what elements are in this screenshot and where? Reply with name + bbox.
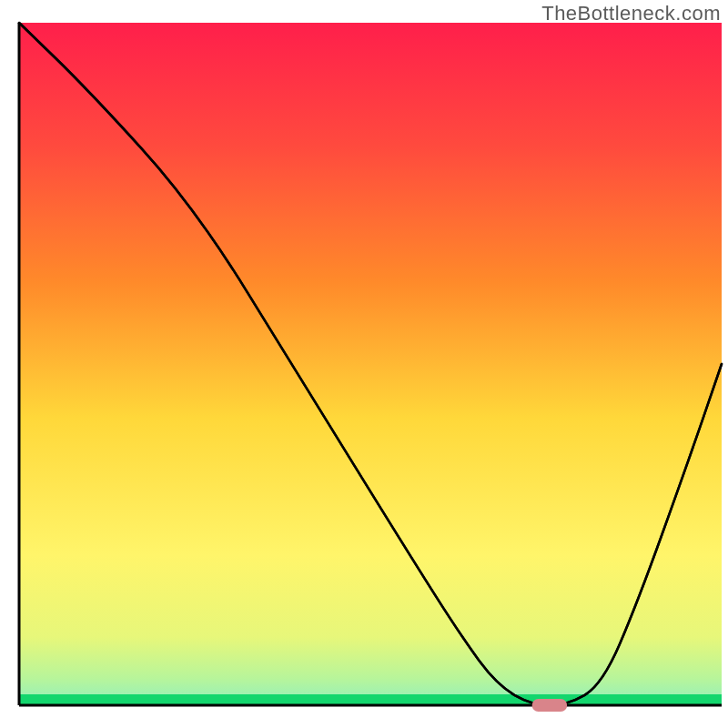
bottleneck-chart — [0, 0, 728, 728]
chart-container: TheBottleneck.com — [0, 0, 728, 728]
green-band — [19, 694, 722, 705]
gradient-background — [19, 23, 722, 705]
watermark-text: TheBottleneck.com — [541, 2, 721, 25]
recommended-range-marker — [532, 699, 568, 712]
